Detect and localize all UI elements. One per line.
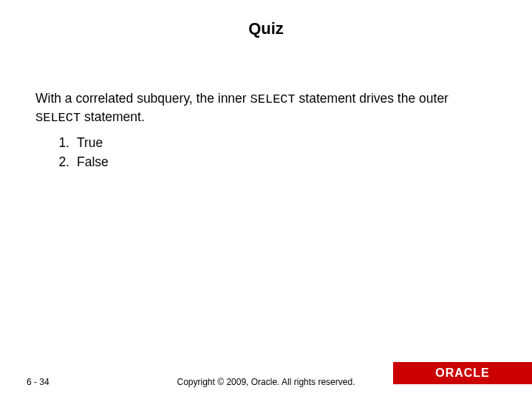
question-text-2: statement drives the outer: [296, 91, 449, 106]
option-number: 1.: [53, 134, 69, 152]
question-text-3: statement.: [81, 109, 145, 124]
slide-body: With a correlated subquery, the inner SE…: [0, 38, 532, 171]
option-2: 2.False: [53, 154, 497, 171]
option-label: True: [77, 135, 103, 150]
quiz-question: With a correlated subquery, the inner SE…: [35, 90, 497, 127]
option-1: 1.True: [53, 134, 497, 152]
question-text-1: With a correlated subquery, the inner: [35, 91, 250, 106]
code-keyword-1: SELECT: [250, 92, 296, 106]
copyright-text: Copyright © 2009, Oracle. All rights res…: [0, 377, 532, 387]
slide: Quiz With a correlated subquery, the inn…: [0, 0, 532, 399]
answer-options: 1.True 2.False: [35, 134, 497, 171]
slide-footer: ORACLE 6 - 34 Copyright © 2009, Oracle. …: [0, 362, 532, 399]
slide-title: Quiz: [0, 0, 532, 38]
option-label: False: [77, 154, 109, 169]
code-keyword-2: SELECT: [35, 111, 81, 125]
option-number: 2.: [53, 154, 69, 171]
